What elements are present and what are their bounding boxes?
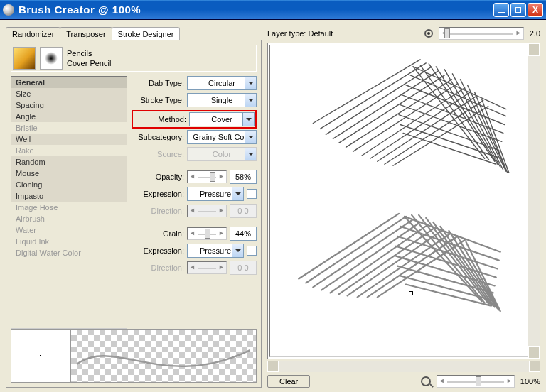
category-item: Airbrush	[11, 213, 127, 224]
expression2-select[interactable]: Pressure	[187, 244, 244, 258]
canvas-frame	[267, 43, 540, 359]
category-item: Rake	[11, 145, 127, 156]
category-item[interactable]: Size	[11, 88, 127, 99]
opacity-value[interactable]: 58%	[230, 170, 257, 184]
category-item[interactable]: Spacing	[11, 99, 127, 111]
tabstrip: Randomizer Transposer Stroke Designer	[6, 27, 262, 40]
layer-type-radio[interactable]	[424, 29, 433, 38]
soft-dab-icon[interactable]	[40, 47, 63, 70]
method-select[interactable]: Cover	[189, 112, 255, 126]
canvas[interactable]	[269, 45, 528, 357]
zoom-icon	[421, 376, 431, 386]
grain-slider[interactable]: ◄►	[187, 227, 227, 240]
pencil-icon[interactable]	[13, 47, 36, 70]
tab-transposer[interactable]: Transposer	[60, 27, 112, 40]
dab-type-label: Dab Type:	[132, 79, 184, 87]
tab-stroke-designer[interactable]: Stroke Designer	[112, 27, 181, 40]
category-item[interactable]: Cloning	[11, 179, 127, 190]
opacity-label: Opacity:	[132, 173, 184, 181]
source-select: Color	[187, 147, 257, 161]
brush-variant-label: Cover Pencil	[67, 58, 111, 68]
opacity-slider[interactable]: ◄►	[187, 170, 227, 183]
horizontal-scrollbar[interactable]	[267, 361, 540, 372]
brush-size-value: 2.0	[530, 29, 540, 38]
properties-pane: Dab Type: Circular Stroke Type: Single M…	[132, 76, 257, 329]
direction2-label: Direction:	[132, 263, 184, 272]
dab-type-select[interactable]: Circular	[187, 76, 257, 90]
tab-randomizer[interactable]: Randomizer	[6, 27, 60, 40]
zoom-value: 100%	[520, 377, 540, 386]
clear-button[interactable]: Clear	[267, 375, 310, 388]
stroke-preview	[70, 329, 257, 383]
subcategory-select[interactable]: Grainy Soft Co...	[187, 130, 257, 144]
window-title: Brush Creator @ 100%	[18, 4, 493, 16]
expression1-label: Expression:	[132, 190, 184, 198]
category-item: Water	[11, 224, 127, 236]
grain-label: Grain:	[132, 229, 184, 238]
category-list[interactable]: GeneralSizeSpacingAngleBristleWellRakeRa…	[11, 76, 127, 329]
direction1-label: Direction:	[132, 207, 184, 215]
expression1-select[interactable]: Pressure	[187, 187, 244, 201]
subcategory-label: Subcategory:	[132, 133, 184, 141]
zoom-slider[interactable]: ◄►	[437, 375, 515, 388]
dab-preview	[11, 329, 70, 383]
cursor-icon	[409, 291, 413, 295]
expression1-checkbox[interactable]	[247, 189, 257, 199]
category-item: Digital Water Color	[11, 247, 127, 258]
close-button[interactable]: X	[528, 3, 543, 17]
category-item[interactable]: Mouse	[11, 168, 127, 179]
category-item[interactable]: Well	[11, 134, 127, 145]
category-item[interactable]: Impasto	[11, 190, 127, 202]
category-item[interactable]: Angle	[11, 111, 127, 122]
direction1-value: 0 0	[230, 204, 257, 218]
category-item: Bristle	[11, 122, 127, 134]
category-item[interactable]: Random	[11, 156, 127, 168]
stroke-designer-panel: Pencils Cover Pencil GeneralSizeSpacingA…	[6, 40, 262, 388]
method-label: Method:	[134, 115, 186, 124]
direction2-value: 0 0	[230, 261, 257, 275]
direction1-slider: ◄►	[187, 205, 227, 217]
expression2-checkbox[interactable]	[247, 246, 257, 256]
expression2-label: Expression:	[132, 246, 184, 255]
source-label: Source:	[132, 150, 184, 158]
layer-type-label: Layer type: Default	[267, 29, 333, 38]
stroke-type-label: Stroke Type:	[132, 96, 184, 104]
vertical-scrollbar[interactable]	[528, 43, 540, 359]
stroke-type-select[interactable]: Single	[187, 93, 257, 107]
minimize-button[interactable]	[493, 3, 509, 17]
direction2-slider: ◄►	[187, 261, 227, 274]
app-icon	[3, 4, 14, 16]
titlebar: Brush Creator @ 100% X	[0, 0, 546, 20]
brush-header: Pencils Cover Pencil	[11, 45, 257, 72]
brush-category-label: Pencils	[67, 48, 111, 58]
grain-value[interactable]: 44%	[230, 227, 257, 241]
category-item: Liquid Ink	[11, 236, 127, 247]
category-item[interactable]: General	[11, 77, 127, 88]
brush-size-slider[interactable]: ◄►	[439, 27, 524, 40]
maximize-button[interactable]	[510, 3, 526, 17]
category-item: Image Hose	[11, 202, 127, 213]
